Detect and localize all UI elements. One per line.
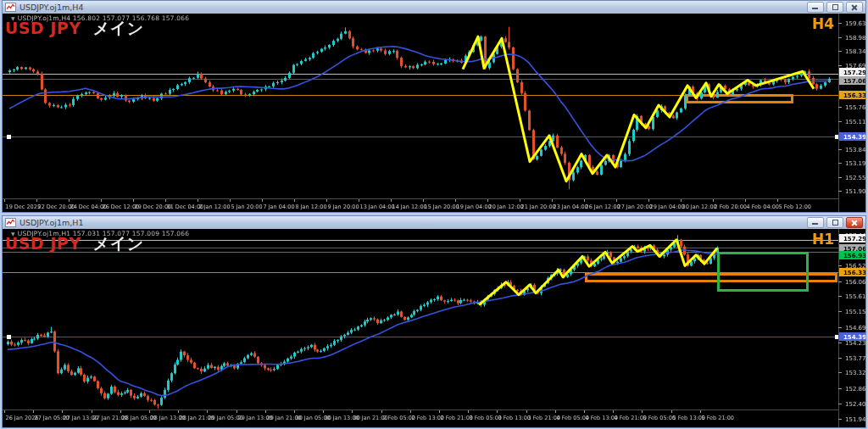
symbol-watermark: USD JPY [5,234,81,253]
restore-button[interactable] [826,217,843,228]
chart-watermark: USD JPYメイン [5,233,144,255]
h1-chart-canvas[interactable] [3,229,865,427]
main-watermark: メイン [93,234,144,253]
minimize-button[interactable] [807,2,824,13]
chart-window-h4: USDJPY.oj1m,H4 ▼USDJPY.oj1m,H4 156.802 1… [2,0,866,213]
chart-area-h4: ▼USDJPY.oj1m,H4 156.802 157.077 156.768 … [3,14,865,212]
window-controls [804,217,863,228]
symbol-watermark: USD JPY [5,19,81,37]
window-title: USDJPY.oj1m,H4 [19,3,804,12]
h4-chart-canvas[interactable] [3,14,865,212]
mt4-workspace: { "app": {"background": "#b9cde7"}, "win… [0,0,868,429]
close-button[interactable] [846,2,863,13]
window-title: USDJPY.oj1m,H1 [19,218,804,227]
timeframe-badge: H1 [812,231,834,248]
main-watermark: メイン [93,19,144,37]
chart-window-icon [5,218,16,227]
restore-button[interactable] [826,2,843,13]
minimize-button[interactable] [807,217,824,228]
titlebar-h1[interactable]: USDJPY.oj1m,H1 [3,216,865,229]
titlebar-h4[interactable]: USDJPY.oj1m,H4 [3,1,865,14]
chart-window-icon [5,3,16,12]
chart-window-h1: USDJPY.oj1m,H1 ▼USDJPY.oj1m,H1 157.031 1… [2,215,866,428]
timeframe-badge: H4 [812,15,834,32]
close-button[interactable] [846,217,863,228]
chart-watermark: USD JPYメイン [5,18,144,40]
window-controls [804,2,863,13]
chart-area-h1: ▼USDJPY.oj1m,H1 157.031 157.077 157.009 … [3,229,865,427]
